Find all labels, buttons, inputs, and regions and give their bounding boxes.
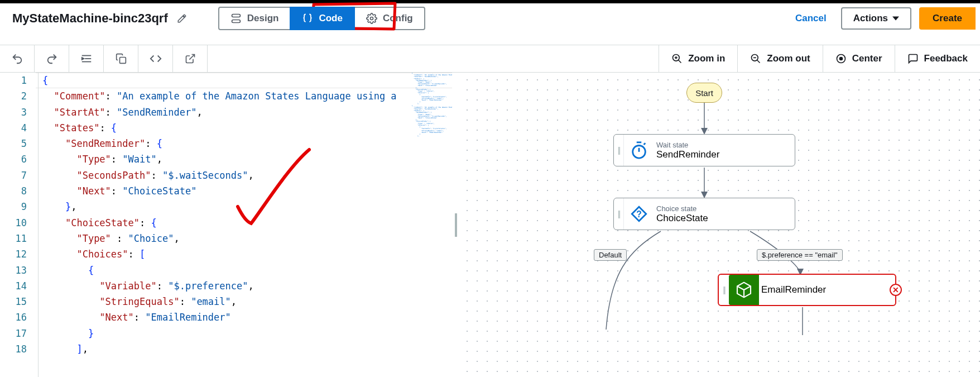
svg-line-7	[189, 55, 194, 60]
svg-point-2	[370, 17, 373, 20]
feedback-button[interactable]: Feedback	[895, 45, 980, 72]
main-split: 123456789101112131415161718 { "Comment":…	[0, 73, 980, 377]
create-button[interactable]: Create	[919, 7, 976, 30]
tab-design[interactable]: Design	[218, 7, 291, 30]
format-button[interactable]	[69, 45, 104, 72]
edge-label-default[interactable]: Default	[594, 249, 627, 261]
svg-point-15	[839, 58, 842, 60]
actions-dropdown[interactable]: Actions	[841, 7, 911, 30]
editor-toolbar: Zoom in Zoom out Center Feedback	[0, 45, 980, 73]
graph-node-choicestate[interactable]: || ? Choice state ChoiceState	[613, 198, 795, 230]
svg-line-13	[757, 60, 760, 63]
zoom-out-icon	[750, 53, 761, 64]
feedback-icon	[907, 53, 919, 64]
graph-node-start[interactable]: Start	[686, 83, 722, 103]
drag-handle-icon[interactable]: ||	[719, 275, 729, 305]
copy-button[interactable]	[104, 45, 138, 72]
design-icon	[230, 13, 242, 24]
cancel-button[interactable]: Cancel	[789, 8, 833, 28]
redo-button[interactable]	[35, 45, 69, 72]
code-icon	[150, 53, 162, 65]
indent-icon	[80, 53, 93, 65]
stopwatch-icon	[630, 141, 648, 160]
drag-handle-icon[interactable]: ||	[614, 198, 624, 230]
external-link-icon	[185, 53, 196, 64]
edit-title-button[interactable]	[174, 10, 190, 27]
code-content[interactable]: { "Comment": "An example of the Amazon S…	[36, 73, 452, 377]
header-bar: MyStateMachine-binc23qrf Design Code Con…	[0, 3, 980, 34]
graph-node-emailreminder[interactable]: || EmailReminder ✕	[718, 274, 896, 306]
view-tabs: Design Code Config	[218, 7, 425, 30]
drag-handle-icon[interactable]: ||	[614, 135, 624, 166]
page-title: MyStateMachine-binc23qrf	[12, 11, 168, 26]
code-editor[interactable]: 123456789101112131415161718 { "Comment":…	[0, 73, 452, 377]
open-external-button[interactable]	[173, 45, 208, 72]
pencil-icon	[177, 13, 187, 23]
caret-down-icon	[892, 15, 899, 22]
graph-node-sendreminder[interactable]: || Wait state SendReminder	[613, 134, 795, 166]
svg-rect-0	[232, 15, 240, 17]
svg-line-9	[679, 60, 681, 63]
zoom-out-button[interactable]: Zoom out	[737, 45, 822, 72]
svg-rect-1	[232, 20, 240, 23]
gear-icon	[366, 13, 377, 24]
workflow-graph[interactable]: Start || Wait state SendReminder || ? Ch…	[460, 73, 980, 377]
copy-icon	[116, 53, 127, 64]
choice-icon: ?	[630, 204, 648, 223]
redo-icon	[46, 53, 58, 65]
tab-config[interactable]: Config	[354, 7, 425, 30]
undo-icon	[11, 53, 23, 65]
pane-splitter[interactable]	[452, 73, 460, 377]
code-braces-icon	[302, 13, 313, 24]
code-sample-button[interactable]	[138, 45, 173, 72]
error-badge-icon[interactable]: ✕	[890, 284, 902, 296]
zoom-in-button[interactable]: Zoom in	[659, 45, 737, 72]
svg-rect-6	[119, 58, 126, 64]
center-icon	[835, 53, 847, 64]
edge-label-email[interactable]: $.preference == "email"	[757, 249, 843, 261]
svg-line-23	[644, 143, 646, 145]
undo-button[interactable]	[0, 45, 35, 72]
zoom-in-icon	[671, 53, 683, 64]
package-icon	[735, 281, 753, 299]
center-button[interactable]: Center	[823, 45, 895, 72]
svg-text:?: ?	[636, 209, 642, 219]
line-gutter: 123456789101112131415161718	[0, 73, 36, 377]
tab-code[interactable]: Code	[290, 7, 355, 30]
